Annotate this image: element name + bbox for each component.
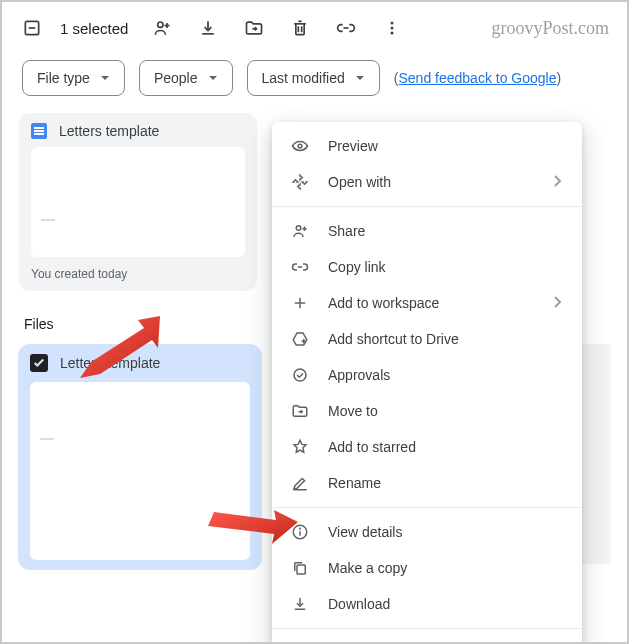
chevron-right-icon	[550, 295, 564, 312]
menu-item-add-workspace[interactable]: Add to workspace	[272, 285, 582, 321]
chip-last-modified[interactable]: Last modified	[247, 60, 380, 96]
chip-people[interactable]: People	[139, 60, 233, 96]
menu-label: Preview	[328, 138, 378, 154]
chip-label: File type	[37, 70, 90, 86]
trash-icon[interactable]	[288, 16, 312, 40]
menu-item-remove[interactable]: Remove	[272, 635, 582, 644]
suggested-card[interactable]: Letters template You created today	[18, 112, 258, 292]
svg-point-11	[296, 226, 301, 231]
menu-label: Add to starred	[328, 439, 416, 455]
menu-item-rename[interactable]: Rename	[272, 465, 582, 501]
pencil-icon	[290, 473, 310, 493]
google-doc-icon	[31, 123, 47, 139]
share-icon	[290, 221, 310, 241]
eye-icon	[290, 136, 310, 156]
open-with-icon	[290, 172, 310, 192]
menu-item-approvals[interactable]: Approvals	[272, 357, 582, 393]
move-to-icon[interactable]	[242, 16, 266, 40]
chevron-right-icon	[550, 174, 564, 191]
menu-separator	[272, 628, 582, 629]
menu-item-view-details[interactable]: View details	[272, 514, 582, 550]
menu-item-add-starred[interactable]: Add to starred	[272, 429, 582, 465]
menu-item-add-shortcut[interactable]: Add shortcut to Drive	[272, 321, 582, 357]
deselect-icon[interactable]	[20, 16, 44, 40]
folder-move-icon	[290, 401, 310, 421]
link-icon[interactable]	[334, 16, 358, 40]
menu-item-preview[interactable]: Preview	[272, 128, 582, 164]
menu-label: Move to	[328, 403, 378, 419]
menu-item-copy-link[interactable]: Copy link	[272, 249, 582, 285]
info-icon	[290, 522, 310, 542]
chip-label: People	[154, 70, 198, 86]
menu-item-open-with[interactable]: Open with	[272, 164, 582, 200]
chip-file-type[interactable]: File type	[22, 60, 125, 96]
menu-separator	[272, 507, 582, 508]
watermark-text: groovyPost.com	[491, 18, 609, 39]
menu-item-move-to[interactable]: Move to	[272, 393, 582, 429]
svg-point-2	[158, 22, 163, 27]
menu-label: Open with	[328, 174, 391, 190]
menu-label: Download	[328, 596, 390, 612]
download-icon[interactable]	[196, 16, 220, 40]
checkbox-checked-icon[interactable]	[30, 354, 48, 372]
download-icon	[290, 594, 310, 614]
menu-label: View details	[328, 524, 402, 540]
menu-label: Copy link	[328, 259, 386, 275]
card-title: Letters template	[59, 123, 159, 139]
share-people-icon[interactable]	[150, 16, 174, 40]
svg-point-10	[298, 144, 302, 148]
feedback-link[interactable]: Send feedback to Google	[398, 70, 556, 86]
feedback-container: (Send feedback to Google)	[394, 70, 561, 86]
file-thumbnail	[30, 382, 250, 560]
svg-point-9	[391, 32, 394, 35]
selection-count: 1 selected	[60, 20, 128, 37]
svg-point-8	[391, 27, 394, 30]
svg-rect-22	[297, 565, 305, 574]
caret-down-icon	[355, 70, 365, 86]
plus-icon	[290, 293, 310, 313]
card-thumbnail	[31, 147, 245, 257]
menu-label: Make a copy	[328, 560, 407, 576]
menu-separator	[272, 206, 582, 207]
caret-down-icon	[208, 70, 218, 86]
star-icon	[290, 437, 310, 457]
more-icon[interactable]	[380, 16, 404, 40]
menu-label: Share	[328, 223, 365, 239]
menu-item-make-copy[interactable]: Make a copy	[272, 550, 582, 586]
chip-label: Last modified	[262, 70, 345, 86]
menu-label: Add shortcut to Drive	[328, 331, 459, 347]
card-reason: You created today	[31, 267, 245, 281]
menu-label: Approvals	[328, 367, 390, 383]
copy-icon	[290, 558, 310, 578]
svg-point-7	[391, 22, 394, 25]
selection-toolbar: 1 selected groovyPost.com	[4, 4, 625, 54]
drive-shortcut-icon	[290, 329, 310, 349]
context-menu: Preview Open with Share Copy link Add to…	[272, 122, 582, 644]
file-card-selected[interactable]: Letters template	[18, 344, 262, 570]
menu-label: Add to workspace	[328, 295, 439, 311]
approvals-icon	[290, 365, 310, 385]
caret-down-icon	[100, 70, 110, 86]
filter-bar: File type People Last modified (Send fee…	[4, 54, 625, 112]
svg-point-18	[294, 369, 306, 381]
menu-label: Rename	[328, 475, 381, 491]
menu-item-share[interactable]: Share	[272, 213, 582, 249]
svg-point-21	[300, 528, 301, 529]
file-title: Letters template	[60, 355, 160, 371]
menu-item-download[interactable]: Download	[272, 586, 582, 622]
link-icon	[290, 257, 310, 277]
